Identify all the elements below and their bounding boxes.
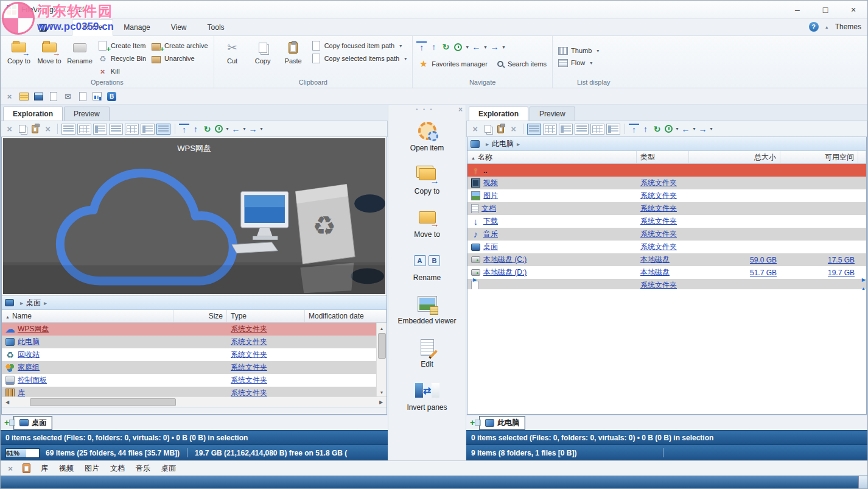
item-type[interactable]: 系统文件夹 <box>231 362 267 373</box>
view-small-icon[interactable] <box>575 124 589 135</box>
table-row[interactable]: 控制面板 系统文件夹 <box>2 374 376 387</box>
history-caret-icon[interactable] <box>465 44 469 50</box>
flow-button[interactable]: Flow <box>556 57 594 68</box>
close-button[interactable]: × <box>839 1 867 18</box>
item-total-size[interactable]: 59.0 GB <box>750 256 777 264</box>
splitter-collapse-icon[interactable] <box>473 276 477 283</box>
close-tab-icon[interactable] <box>4 123 15 135</box>
add-tab-icon[interactable]: + <box>4 418 9 427</box>
history-caret-icon[interactable] <box>225 126 229 132</box>
scroll-thumb[interactable] <box>378 333 386 359</box>
item-type[interactable]: 系统文件夹 <box>640 191 677 201</box>
item-type[interactable]: 系统文件夹 <box>231 324 267 334</box>
forward-caret-icon[interactable] <box>259 126 264 132</box>
document2-tab-icon[interactable] <box>77 91 88 101</box>
create-item-button[interactable]: + Create Item <box>96 40 148 51</box>
scroll-down-icon[interactable] <box>380 387 384 396</box>
item-name[interactable]: 桌面 <box>483 242 498 252</box>
unarchive-button[interactable]: Unarchive <box>149 53 210 64</box>
collapse-ribbon-icon[interactable] <box>825 24 829 30</box>
copy-button[interactable]: Copy <box>248 38 278 78</box>
table-row[interactable]: WPS网盘 系统文件夹 <box>2 323 376 336</box>
archive-tab-icon[interactable] <box>19 91 29 101</box>
scroll-right-icon[interactable] <box>377 399 385 405</box>
delete-icon[interactable] <box>508 123 519 135</box>
view-details-icon[interactable] <box>527 124 541 135</box>
search-items-button[interactable]: Search items <box>495 58 548 69</box>
column-header-type[interactable]: 类型 <box>637 151 689 163</box>
item-type[interactable]: 系统文件夹 <box>640 178 677 188</box>
ribbon-tab[interactable]: View <box>161 20 197 35</box>
table-row[interactable]: 库 系统文件夹 <box>2 387 376 396</box>
tab-preview[interactable]: Preview <box>64 107 110 121</box>
item-type[interactable]: 系统文件夹 <box>231 388 267 396</box>
chart-tab-icon[interactable] <box>92 91 102 101</box>
table-row[interactable]: 视频 系统文件夹 <box>467 177 866 189</box>
middle-tool-button[interactable]: Rename <box>388 244 466 287</box>
table-row[interactable]: 图片 系统文件夹 <box>467 189 866 202</box>
item-name[interactable]: 下载 <box>483 216 498 227</box>
move-to-button[interactable]: Move to <box>35 38 64 78</box>
go-top-icon[interactable] <box>416 41 427 52</box>
ribbon-tab[interactable]: Tools <box>197 20 235 35</box>
forward-icon[interactable] <box>698 124 708 135</box>
mail-tab-icon[interactable] <box>63 91 73 101</box>
maximize-button[interactable]: □ <box>811 1 839 18</box>
item-name[interactable]: 视频 <box>483 178 498 188</box>
ribbon-tab[interactable]: Home <box>72 19 113 36</box>
copy-icon[interactable] <box>16 123 28 135</box>
paste-button[interactable]: Paste <box>279 38 308 78</box>
forward-caret-icon[interactable] <box>502 44 506 50</box>
item-name[interactable]: 文档 <box>481 203 496 214</box>
quick-link[interactable]: 桌面 <box>161 463 176 474</box>
view-grid-icon[interactable] <box>77 124 91 135</box>
cut-button[interactable]: Cut <box>218 38 247 78</box>
view-content-icon[interactable] <box>606 124 620 135</box>
tab-exploration[interactable]: Exploration <box>3 107 63 121</box>
view-grid-icon[interactable] <box>543 124 557 135</box>
table-row[interactable]: 家庭组 系统文件夹 <box>2 361 376 374</box>
back-caret-icon[interactable] <box>692 126 696 132</box>
table-row[interactable]: 本地磁盘 (D:) 本地磁盘 51.7 GB 19.7 GB <box>467 266 866 279</box>
back-caret-icon[interactable] <box>242 126 247 132</box>
table-row[interactable]: 回收站 系统文件夹 <box>2 348 376 361</box>
column-header-size[interactable]: Size <box>173 310 227 322</box>
ribbon-tab[interactable]: File <box>29 20 72 35</box>
close-icon[interactable] <box>4 91 15 101</box>
back-icon[interactable] <box>471 41 481 52</box>
item-type[interactable]: 系统文件夹 <box>231 375 267 385</box>
item-type[interactable]: 系统文件夹 <box>640 242 677 252</box>
clipboard-icon[interactable] <box>21 463 31 473</box>
view-tiles-icon[interactable] <box>125 124 139 135</box>
column-header-total-size[interactable]: 总大小 <box>689 151 780 163</box>
item-name[interactable]: 家庭组 <box>18 362 40 373</box>
item-type[interactable]: 本地磁盘 <box>640 255 670 265</box>
thumb-button[interactable]: Thumb <box>556 45 601 56</box>
close-tab-icon[interactable] <box>469 123 481 135</box>
history-icon[interactable] <box>663 124 674 135</box>
refresh-icon[interactable] <box>441 41 451 52</box>
item-name[interactable]: 本地磁盘 (D:) <box>483 267 527 278</box>
splitter-collapse-icon[interactable] <box>862 276 866 283</box>
item-name[interactable]: 此电脑 <box>18 337 40 347</box>
tab-exploration[interactable]: Exploration <box>469 107 528 121</box>
item-total-size[interactable]: 51.7 GB <box>750 269 777 277</box>
item-name[interactable]: 音乐 <box>483 229 498 239</box>
breadcrumb-path[interactable]: 桌面 <box>26 298 41 308</box>
view-list-icon[interactable] <box>559 124 573 135</box>
item-name[interactable]: 本地磁盘 (C:) <box>483 255 527 265</box>
item-type[interactable]: 系统文件夹 <box>640 229 677 239</box>
item-type[interactable]: 本地磁盘 <box>640 267 670 278</box>
item-type[interactable]: 系统文件夹 <box>640 280 677 289</box>
table-row[interactable]: 文档 系统文件夹 <box>467 202 866 215</box>
favorites-manager-button[interactable]: Favorites manager <box>416 58 489 69</box>
item-type[interactable]: 系统文件夹 <box>231 350 267 360</box>
close-icon[interactable] <box>5 463 15 473</box>
quick-link[interactable]: 库 <box>41 463 48 474</box>
quick-link[interactable]: 音乐 <box>136 463 150 474</box>
minimize-button[interactable]: – <box>783 1 811 18</box>
delete-icon[interactable] <box>42 123 54 135</box>
recycle-bin-button[interactable]: Recycle Bin <box>96 53 148 64</box>
scroll-left-icon[interactable] <box>3 399 12 405</box>
go-up-icon[interactable] <box>429 41 439 52</box>
